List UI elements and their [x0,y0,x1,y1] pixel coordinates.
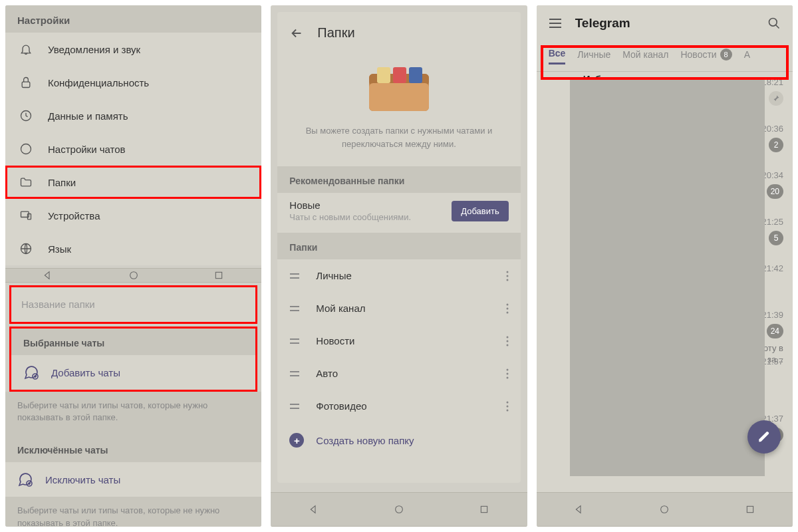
more-icon[interactable] [506,368,509,379]
svg-point-23 [506,340,508,342]
more-icon[interactable] [506,336,509,346]
menu-icon[interactable] [549,18,562,29]
svg-rect-13 [393,67,406,83]
globe-icon [19,241,33,256]
svg-point-24 [506,344,508,346]
create-new-label: Создать новую папку [316,435,414,446]
svg-rect-7 [215,272,221,278]
recommended-folder-row: Новые Чаты с новыми сообщениями. Добавит… [277,193,520,233]
svg-point-21 [506,311,508,313]
folder-row[interactable]: Личные [277,259,520,292]
folder-label: Авто [316,368,338,379]
search-icon[interactable] [767,17,781,30]
tab-extra[interactable]: А [744,49,750,64]
nav-recent-icon[interactable] [477,503,491,516]
compose-fab[interactable] [747,420,781,454]
folder-label: Новости [316,335,354,346]
nav-back-icon[interactable] [41,269,55,282]
folder-tabs: Все Личные Мой канал Новости8 А [537,41,793,72]
excluded-chats-header: Исключённые чаты [5,436,261,462]
settings-item-privacy[interactable]: Конфиденциальность [5,66,261,99]
unread-badge: 20 [767,184,783,199]
more-icon[interactable] [506,303,509,314]
exclude-chats-button[interactable]: Исключить чаты [5,462,261,497]
lock-icon [19,75,33,90]
settings-item-folders[interactable]: Папки [5,166,261,199]
unread-badge: 24 [767,324,783,338]
more-icon[interactable] [506,271,509,281]
more-icon[interactable] [506,401,509,412]
tab-my-channel[interactable]: Мой канал [622,49,668,64]
settings-item-language[interactable]: Язык [5,232,261,265]
settings-item-label: Уведомления и звук [48,44,140,55]
svg-point-29 [506,405,508,407]
android-nav-bar [271,492,527,527]
settings-item-notifications[interactable]: Уведомления и звук [5,33,261,66]
page-title: Папки [317,25,354,41]
clock-icon [19,108,33,123]
svg-rect-14 [409,67,422,83]
drag-handle-icon[interactable] [289,402,301,410]
drag-handle-icon[interactable] [289,272,301,280]
settings-item-label: Конфиденциальность [48,77,149,88]
drag-handle-icon[interactable] [289,337,301,345]
settings-item-label: Язык [48,243,71,255]
settings-item-devices[interactable]: Устройства [5,199,261,232]
settings-item-label: Настройки чатов [48,144,126,155]
settings-header: Настройки [5,5,261,33]
svg-point-19 [506,303,508,305]
folder-row[interactable]: Фотовидео [277,390,520,422]
chat-add-icon [17,471,33,487]
svg-point-28 [506,401,508,403]
svg-point-20 [506,307,508,309]
settings-item-data[interactable]: Данные и память [5,99,261,132]
chat-icon [19,142,33,156]
selected-chats-header: Выбранные чаты [11,329,255,355]
chat-list[interactable]: Избранное 18:21 20:362 20:3420 21:255 21… [537,72,793,492]
folder-row[interactable]: Мой канал [277,292,520,325]
folder-icon [19,175,33,190]
nav-home-icon[interactable] [658,503,671,516]
drag-handle-icon[interactable] [289,370,301,378]
settings-item-chat-settings[interactable]: Настройки чатов [5,132,261,166]
tab-all[interactable]: Все [549,48,566,65]
tab-news[interactable]: Новости8 [680,49,732,65]
folder-row[interactable]: Новости [277,325,520,357]
nav-back-icon[interactable] [573,503,586,516]
create-new-folder-button[interactable]: + Создать новую папку [277,422,520,458]
chat-add-icon [23,364,39,380]
nav-recent-icon[interactable] [212,269,225,282]
nav-recent-icon[interactable] [743,503,757,516]
svg-point-16 [506,271,508,273]
svg-point-22 [506,336,508,338]
nav-back-icon[interactable] [307,503,321,516]
redacted-overlay [570,77,765,476]
nav-home-icon[interactable] [392,503,406,516]
selected-chats-hint: Выберите чаты или типы чатов, которые ну… [5,392,261,436]
nav-home-icon[interactable] [127,269,140,282]
folders-illustration-icon [362,63,436,115]
svg-point-33 [769,19,777,27]
android-nav-bar [537,492,793,527]
svg-point-17 [506,275,508,277]
svg-point-26 [506,372,508,374]
add-chats-button[interactable]: Добавить чаты [11,355,255,390]
hero-section: Вы можете создать папки с нужными чатами… [277,54,520,166]
add-chats-label: Добавить чаты [51,367,120,378]
svg-point-30 [506,409,508,411]
add-recommended-button[interactable]: Добавить [452,201,508,221]
plus-circle-icon: + [289,433,304,448]
folders-page-header: Папки [277,12,520,54]
app-title: Telegram [575,16,754,31]
svg-point-31 [396,506,403,513]
folder-label: Фотовидео [316,400,366,412]
tab-personal[interactable]: Личные [577,49,610,64]
folder-name-input[interactable]: Название папки [9,285,257,324]
drag-handle-icon[interactable] [289,305,301,313]
svg-rect-32 [481,506,487,512]
back-arrow-icon[interactable] [289,26,304,41]
folder-label: Личные [316,270,351,281]
svg-point-2 [21,144,31,154]
unread-badge: 5 [769,231,783,245]
folder-row[interactable]: Авто [277,357,520,390]
